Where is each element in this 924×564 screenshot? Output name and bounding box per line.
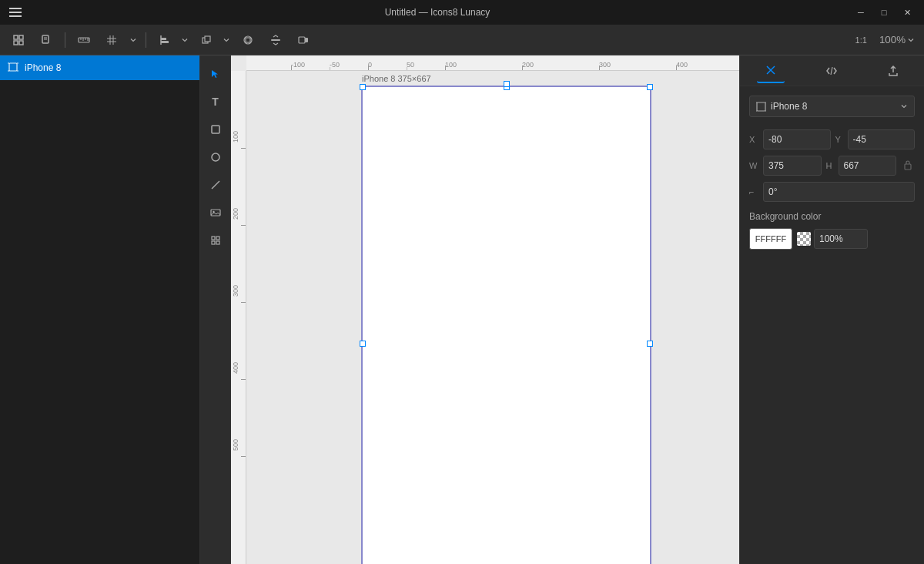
svg-rect-17 [161, 38, 166, 40]
bg-color-row: FFFFFF [749, 228, 915, 250]
handle-top-left[interactable] [360, 84, 366, 90]
right-top-toolbar [740, 55, 924, 86]
rotation-handle[interactable] [504, 81, 510, 87]
code-icon [825, 65, 838, 77]
artboard-selector[interactable]: iPhone 8 [749, 96, 915, 117]
svg-line-42 [831, 67, 832, 75]
ruler-mark: -100 [291, 61, 305, 69]
artboard-selector-icon [756, 102, 766, 112]
ruler-top: -100 -50 0 50 100 200 300 400 [246, 55, 739, 71]
bg-color-label: Background color [749, 211, 915, 222]
component-tool[interactable] [203, 228, 228, 253]
w-input[interactable] [763, 156, 822, 176]
svg-rect-25 [305, 38, 308, 42]
ruler-button[interactable] [72, 29, 96, 51]
artboard[interactable] [362, 86, 651, 564]
presentation-icon [297, 34, 310, 46]
align-dropdown[interactable] [179, 29, 191, 51]
svg-rect-31 [212, 126, 219, 133]
flatten-icon [270, 34, 282, 46]
layers-panel: iPhone 8 [0, 55, 200, 564]
svg-rect-48 [905, 164, 911, 170]
w-label: W [749, 161, 758, 170]
ruler-mark: -50 [330, 61, 340, 69]
svg-rect-36 [212, 237, 215, 240]
canvas-area[interactable]: -100 -50 0 50 100 200 300 400 100 [231, 55, 739, 564]
zoom-dropdown[interactable]: 100% [876, 29, 918, 51]
color-swatch[interactable]: FFFFFF [749, 228, 792, 250]
rectangle-tool[interactable] [203, 117, 228, 142]
ruler-mark: 200 [522, 61, 534, 69]
boolean-dropdown[interactable] [220, 29, 233, 51]
export-tab[interactable] [879, 59, 907, 83]
export-icon [887, 65, 899, 77]
h-label: H [826, 161, 834, 170]
svg-rect-3 [19, 41, 23, 45]
svg-rect-2 [14, 41, 18, 45]
zoom-chevron-icon [907, 36, 915, 44]
chevron-down-icon [129, 36, 137, 44]
grid-button[interactable] [99, 29, 124, 51]
ellipse-tool[interactable] [203, 145, 228, 170]
image-tool[interactable] [203, 200, 228, 225]
ruler-icon [78, 34, 90, 46]
sep1 [65, 32, 65, 48]
minimize-button[interactable]: ─ [850, 2, 872, 23]
rectangle-icon [210, 124, 221, 135]
props-panel: iPhone 8 X Y W H [740, 86, 924, 564]
window-controls: ─ □ ✕ [850, 2, 918, 23]
boolean-button[interactable] [194, 29, 219, 51]
artboard-selector-label: iPhone 8 [756, 101, 807, 112]
close-button[interactable]: ✕ [896, 2, 918, 23]
wh-row: W H [749, 156, 915, 176]
x-input[interactable] [763, 129, 831, 149]
align-left-button[interactable] [152, 29, 177, 51]
grid-dropdown[interactable] [127, 29, 139, 51]
layer-item-iphone8[interactable]: iPhone 8 [0, 55, 199, 80]
design-tab[interactable] [757, 59, 785, 83]
align-left-icon [159, 34, 171, 46]
layer-name: iPhone 8 [25, 62, 61, 73]
component-icon [210, 235, 221, 246]
canvas-content[interactable]: iPhone 8 375×667 [246, 71, 739, 564]
line-tool[interactable] [203, 173, 228, 197]
maximize-button[interactable]: □ [873, 2, 895, 23]
ruler-mark: 300 [599, 61, 611, 69]
frame-icon [12, 34, 25, 46]
code-tab[interactable] [818, 59, 845, 83]
sep2 [146, 32, 146, 48]
y-input[interactable] [848, 129, 916, 149]
svg-rect-24 [299, 37, 305, 43]
chevron-down-icon3 [223, 36, 230, 44]
chevron-down-icon2 [181, 36, 189, 44]
opacity-group [797, 229, 868, 249]
svg-rect-26 [9, 63, 17, 71]
select-tool[interactable] [203, 62, 228, 86]
text-icon: T [212, 96, 219, 108]
left-toolbar: T [200, 55, 231, 564]
hamburger-menu[interactable] [6, 5, 25, 20]
svg-rect-1 [19, 35, 23, 39]
link-proportions-button[interactable] [901, 159, 915, 173]
app-title: Untitled — Icons8 Lunacy [25, 7, 850, 18]
opacity-input[interactable] [814, 229, 868, 249]
handle-top-right[interactable] [647, 84, 653, 90]
rotation-icon-label: ⌐ [749, 187, 758, 196]
text-tool[interactable]: T [203, 89, 228, 114]
rotation-input[interactable] [763, 182, 915, 202]
handle-mid-left[interactable] [360, 341, 366, 347]
flatten-button[interactable] [263, 29, 288, 51]
design-icon [765, 64, 777, 76]
frame-toggle-button[interactable] [6, 29, 31, 51]
pages-icon [40, 34, 52, 46]
line-icon [210, 180, 221, 190]
ruler-v-mark: 500 [232, 439, 239, 451]
mask-button[interactable] [236, 29, 260, 51]
presentation-button[interactable] [291, 29, 316, 51]
ratio-button[interactable]: 1:1 [849, 29, 873, 51]
main-area: iPhone 8 T [0, 55, 924, 564]
pages-button[interactable] [34, 29, 59, 51]
handle-mid-right[interactable] [647, 341, 653, 347]
h-input[interactable] [839, 156, 897, 176]
ruler-mark: 100 [445, 61, 457, 69]
